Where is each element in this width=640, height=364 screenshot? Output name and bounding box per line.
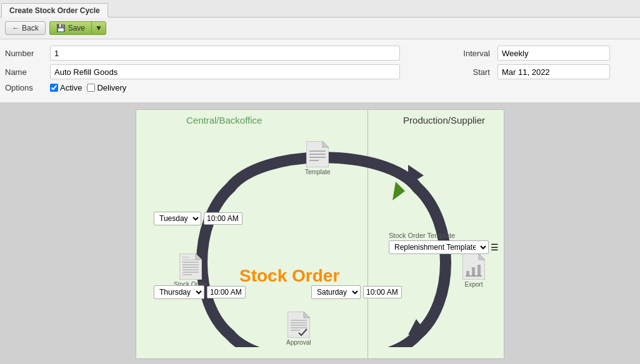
interval-group: Interval xyxy=(408,46,635,61)
approval-icon-label: Approval xyxy=(286,339,311,346)
tuesday-row: Tuesday xyxy=(154,212,242,225)
template-select-row: Replenishment Template ☰ xyxy=(389,240,499,254)
toolbar: ← Back 💾 Save ▼ xyxy=(0,17,640,39)
stock-order-text: Stock Order xyxy=(239,266,339,286)
template-area: Stock Order Template Replenishment Templ… xyxy=(389,232,499,254)
save-button[interactable]: 💾 Save xyxy=(49,21,91,35)
active-label: Active xyxy=(60,83,82,92)
saturday-time-input[interactable] xyxy=(363,286,402,298)
thursday-select[interactable]: Thursday xyxy=(154,285,204,299)
number-input[interactable] xyxy=(50,46,400,61)
form-area: Number Interval Name Start Options Activ… xyxy=(0,39,640,103)
options-label: Options xyxy=(5,83,42,92)
export-icon-label: Export xyxy=(465,281,483,288)
template-doc-svg xyxy=(306,141,329,167)
interval-input[interactable] xyxy=(498,46,610,61)
save-icon: 💾 xyxy=(56,24,66,32)
name-input[interactable] xyxy=(50,64,400,79)
saturday-select[interactable]: Saturday xyxy=(311,285,361,299)
active-checkbox-label[interactable]: Active xyxy=(50,83,82,92)
delivery-checkbox-label[interactable]: Delivery xyxy=(87,83,126,92)
start-label: Start xyxy=(459,67,490,77)
export-doc-icon: Export xyxy=(462,253,485,288)
back-arrow-icon: ← xyxy=(12,24,19,32)
tab-title: Create Stock Order Cycle xyxy=(9,6,100,15)
form-row-options: Options Active Delivery xyxy=(5,83,635,92)
start-group: Start xyxy=(408,64,635,79)
svg-marker-10 xyxy=(196,253,202,260)
export-doc-svg xyxy=(462,253,485,280)
saturday-row: Saturday xyxy=(311,285,402,299)
svg-marker-26 xyxy=(304,312,310,318)
interval-label: Interval xyxy=(459,49,490,58)
back-label: Back xyxy=(22,24,39,32)
template-doc-icon: Template xyxy=(305,141,331,175)
save-label: Save xyxy=(68,24,85,32)
delivery-checkbox[interactable] xyxy=(87,84,95,92)
svg-rect-22 xyxy=(472,267,475,276)
tab-create-stock-order-cycle[interactable]: Create Stock Order Cycle xyxy=(1,3,108,17)
diagram-wrapper: Central/Backoffice Production/Supplier S… xyxy=(0,103,640,364)
delivery-label: Delivery xyxy=(97,83,126,92)
stock-order-doc-icon: Stock Order xyxy=(174,253,207,288)
active-checkbox[interactable] xyxy=(50,84,58,92)
thursday-time-input[interactable] xyxy=(207,286,246,298)
dropdown-arrow-icon: ▼ xyxy=(95,24,102,32)
name-label: Name xyxy=(5,67,42,77)
svg-rect-23 xyxy=(478,265,481,276)
form-row-name: Name Start xyxy=(5,64,635,79)
template-select[interactable]: Replenishment Template xyxy=(389,240,489,254)
section-left-label: Central/Backoffice xyxy=(186,115,262,125)
svg-marker-20 xyxy=(479,253,485,260)
template-menu-icon[interactable]: ☰ xyxy=(491,242,499,252)
number-label: Number xyxy=(5,49,42,58)
tab-bar: Create Stock Order Cycle xyxy=(0,0,640,17)
start-input[interactable] xyxy=(498,64,610,79)
tuesday-select[interactable]: Tuesday xyxy=(154,212,201,225)
section-right-label: Production/Supplier xyxy=(403,115,485,125)
svg-marker-4 xyxy=(322,141,329,147)
svg-rect-21 xyxy=(466,271,469,276)
back-button[interactable]: ← Back xyxy=(5,21,46,35)
thursday-row: Thursday xyxy=(154,285,246,299)
template-icon-label: Template xyxy=(305,169,331,175)
diagram-container: Central/Backoffice Production/Supplier S… xyxy=(136,109,504,359)
tuesday-time-input[interactable] xyxy=(204,212,242,225)
approval-doc-svg xyxy=(288,312,310,338)
template-area-label: Stock Order Template xyxy=(389,232,455,239)
svg-marker-2 xyxy=(392,182,405,200)
form-row-number: Number Interval xyxy=(5,46,635,61)
approval-doc-icon: Approval xyxy=(286,312,311,346)
save-dropdown-button[interactable]: ▼ xyxy=(91,21,106,35)
options-checkboxes: Active Delivery xyxy=(50,83,126,92)
stock-order-doc-svg xyxy=(179,253,202,280)
